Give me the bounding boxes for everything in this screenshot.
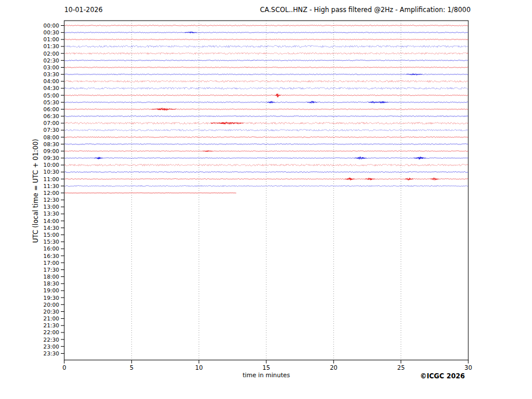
y-tick-label-23:00: 23:00 — [44, 343, 59, 350]
y-tick-label-21:00: 21:00 — [44, 315, 59, 322]
y-tick-label-08:00: 08:00 — [44, 134, 59, 140]
y-tick-label-12:00: 12:00 — [44, 190, 59, 196]
helicorder-figure: 10-01-2026 CA.SCOL..HNZ - High pass filt… — [0, 0, 532, 399]
y-tick-label-03:00: 03:00 — [44, 64, 59, 71]
y-tick-label-12:30: 12:30 — [44, 197, 59, 203]
y-tick-label-07:00: 07:00 — [44, 120, 59, 126]
y-tick-label-22:30: 22:30 — [44, 337, 59, 343]
y-tick-label-06:00: 06:00 — [44, 106, 59, 112]
trace-event-03:30 — [406, 74, 422, 75]
trace-event-05:30 — [376, 101, 388, 103]
y-tick-label-13:30: 13:30 — [44, 210, 59, 217]
y-tick-label-03:30: 03:30 — [44, 71, 59, 77]
copyright: ©ICGC 2026 — [420, 372, 465, 380]
trace-event-06:00 — [152, 108, 176, 111]
y-tick-label-13:00: 13:00 — [44, 204, 59, 210]
y-tick-label-22:00: 22:00 — [44, 329, 59, 335]
x-tick-label: 5 — [130, 364, 134, 371]
y-tick-label-15:00: 15:00 — [44, 232, 59, 238]
y-tick-label-19:30: 19:30 — [44, 295, 59, 301]
x-tick-label: 15 — [262, 364, 270, 371]
y-tick-label-11:30: 11:30 — [44, 183, 59, 189]
y-tick-label-04:00: 04:00 — [44, 78, 59, 84]
y-tick-label-17:00: 17:00 — [44, 260, 59, 266]
y-tick-label-18:00: 18:00 — [44, 273, 59, 280]
x-tick-label: 20 — [330, 364, 337, 371]
trace-row-00:00 — [65, 25, 468, 26]
y-tick-label-08:30: 08:30 — [44, 141, 59, 147]
y-tick-label-09:30: 09:30 — [44, 155, 59, 161]
y-tick-label-16:30: 16:30 — [44, 253, 59, 259]
y-tick-label-19:00: 19:00 — [44, 287, 59, 294]
trace-row-07:30 — [65, 130, 468, 131]
y-tick-label-11:00: 11:00 — [44, 176, 59, 182]
y-tick-label-05:00: 05:00 — [44, 92, 59, 99]
x-tick-label: 0 — [63, 364, 67, 371]
y-tick-label-17:30: 17:30 — [44, 267, 59, 273]
y-tick-label-07:30: 07:30 — [44, 127, 59, 133]
trace-event-09:30 — [355, 157, 367, 159]
trace-event-05:30 — [267, 101, 275, 103]
trace-row-09:30 — [65, 157, 468, 159]
y-tick-label-10:30: 10:30 — [44, 169, 59, 175]
y-tick-label-14:30: 14:30 — [44, 225, 59, 231]
y-tick-label-16:00: 16:00 — [44, 245, 59, 252]
x-tick-label: 30 — [464, 364, 472, 371]
y-tick-label-02:30: 02:30 — [44, 57, 59, 64]
trace-event-11:00 — [405, 178, 413, 180]
y-tick-label-15:30: 15:30 — [44, 238, 59, 245]
trace-row-09:00 — [65, 151, 468, 152]
y-tick-label-01:30: 01:30 — [44, 43, 59, 49]
trace-row-06:00 — [65, 108, 468, 111]
trace-row-10:30 — [65, 171, 468, 173]
y-tick-label-06:30: 06:30 — [44, 113, 59, 119]
trace-row-00:30 — [65, 32, 468, 33]
trace-row-04:00 — [65, 80, 468, 82]
y-tick-label-18:30: 18:30 — [44, 280, 59, 287]
y-tick-label-09:00: 09:00 — [44, 148, 59, 154]
y-tick-label-00:00: 00:00 — [44, 22, 59, 29]
trace-row-11:30 — [65, 186, 468, 187]
helicorder-plot: 05101520253000:0000:3001:0001:3002:0002:… — [0, 0, 532, 399]
trace-row-03:00 — [65, 67, 468, 68]
trace-event-09:30 — [414, 157, 426, 159]
y-tick-label-10:00: 10:00 — [44, 162, 59, 168]
y-tick-label-23:30: 23:30 — [44, 350, 59, 357]
y-tick-label-20:00: 20:00 — [44, 302, 59, 308]
x-tick-label: 25 — [397, 364, 405, 371]
trace-event-11:00 — [365, 178, 375, 180]
trace-event-11:00 — [430, 178, 438, 180]
y-tick-label-02:00: 02:00 — [44, 50, 59, 57]
trace-row-06:30 — [65, 116, 468, 117]
x-axis-label: time in minutes — [64, 371, 468, 378]
trace-row-01:00 — [65, 39, 468, 40]
trace-row-12:00 — [65, 193, 236, 193]
y-tick-label-00:30: 00:30 — [44, 29, 59, 36]
y-tick-label-21:30: 21:30 — [44, 322, 59, 328]
y-tick-label-14:00: 14:00 — [44, 218, 59, 224]
trace-row-01:30 — [65, 45, 468, 47]
trace-row-02:00 — [65, 53, 468, 54]
y-tick-label-01:00: 01:00 — [44, 36, 59, 42]
trace-row-08:30 — [65, 144, 468, 144]
y-tick-label-04:30: 04:30 — [44, 85, 59, 91]
trace-row-10:00 — [65, 164, 468, 166]
y-tick-label-05:30: 05:30 — [44, 99, 59, 105]
trace-row-08:00 — [65, 136, 468, 138]
y-tick-label-20:30: 20:30 — [44, 308, 59, 315]
x-tick-label: 10 — [195, 364, 203, 371]
